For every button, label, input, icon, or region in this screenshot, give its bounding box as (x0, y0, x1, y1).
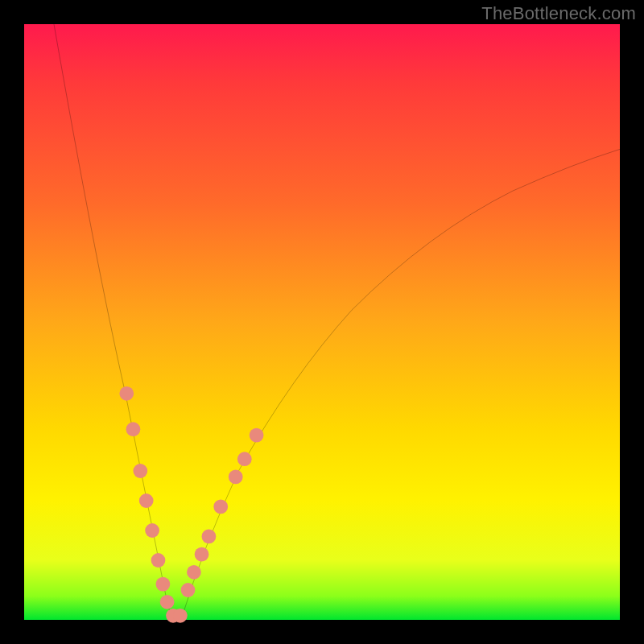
curve-right-branch (182, 149, 620, 617)
marker-dot (202, 530, 217, 544)
plot-area (24, 24, 620, 620)
marker-dot (229, 470, 243, 485)
marker-dot (213, 500, 228, 514)
marker-dot (173, 609, 188, 623)
watermark-text: TheBottleneck.com (481, 3, 636, 24)
marker-dot (250, 428, 264, 443)
marker-dot (160, 595, 175, 609)
marker-dot (119, 386, 134, 401)
marker-dot (187, 565, 201, 580)
marker-dot (139, 493, 154, 508)
marker-dot (237, 452, 252, 466)
marker-dot (156, 577, 171, 592)
marker-dot (195, 547, 209, 562)
marker-dot (126, 422, 141, 436)
bottleneck-curve (24, 24, 620, 620)
marker-dot (151, 553, 166, 568)
marker-dot (181, 583, 196, 597)
chart-container: TheBottleneck.com (0, 0, 644, 644)
marker-group (119, 386, 263, 623)
marker-dot (145, 523, 159, 538)
marker-dot (133, 464, 147, 478)
